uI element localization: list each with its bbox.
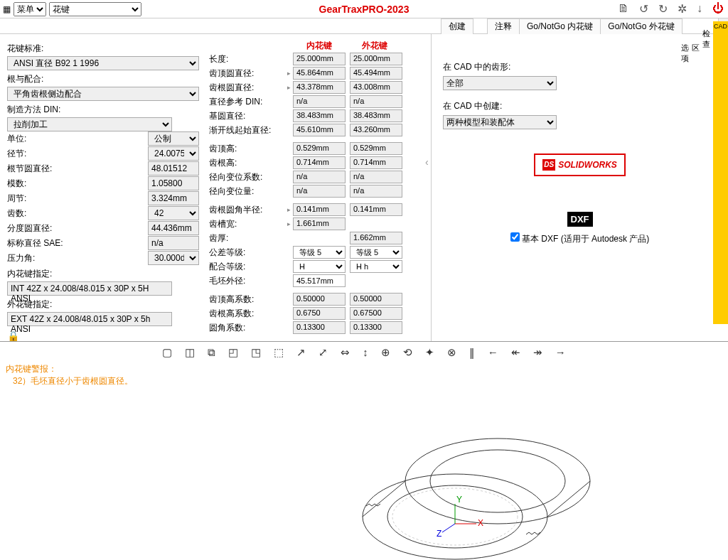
field-value-int: 43.378mm bbox=[293, 81, 346, 94]
arrow-left-icon[interactable]: ← bbox=[488, 346, 498, 359]
field-value-int: 1.661mm bbox=[293, 217, 346, 230]
cp-field[interactable] bbox=[148, 191, 199, 205]
view-icon-5[interactable]: ◳ bbox=[251, 346, 261, 359]
dxf-logo[interactable]: DXF bbox=[567, 212, 593, 227]
field-value-int: 25.000mm bbox=[293, 53, 346, 65]
view-icon-4[interactable]: ◰ bbox=[228, 346, 238, 359]
tab-gonogo-ext[interactable]: Go/NotGo 外花键 bbox=[600, 18, 682, 34]
field-value-int: 45.864mm bbox=[293, 67, 346, 80]
arrow-dright-icon[interactable]: ↠ bbox=[533, 346, 542, 359]
root-label: 根与配合: bbox=[7, 73, 199, 85]
fit-ext[interactable]: H h bbox=[350, 260, 402, 273]
tool-icon-2[interactable]: ⇔ bbox=[341, 346, 350, 359]
field-value-ext: 25.000mm bbox=[350, 53, 402, 65]
tab-create[interactable]: 创建 bbox=[441, 18, 473, 34]
preview-canvas[interactable]: X Y Z bbox=[0, 367, 728, 560]
tool-icon-1[interactable]: ⤢ bbox=[318, 346, 328, 359]
field-value-ext: 0.141mm bbox=[350, 203, 402, 216]
mfg-select[interactable]: 拉削加工 bbox=[7, 117, 172, 131]
view-icon-1[interactable]: ▢ bbox=[162, 346, 172, 359]
units-label: 单位: bbox=[7, 133, 148, 145]
view-icon-3[interactable]: ⧉ bbox=[208, 346, 215, 359]
create-select[interactable]: 两种模型和装配体 bbox=[443, 115, 557, 129]
redo-icon[interactable]: ↻ bbox=[658, 2, 668, 16]
field-label: 齿顶高系数: bbox=[209, 294, 287, 306]
field-value-ext: 1.662mm bbox=[350, 232, 402, 244]
nomd-label: 标称直径 SAE: bbox=[7, 237, 148, 249]
teeth-select[interactable]: 42 bbox=[148, 206, 199, 220]
view-icon-2[interactable]: ◫ bbox=[185, 346, 195, 359]
note-icon[interactable]: 🗎 bbox=[618, 2, 629, 16]
fit-int[interactable]: H bbox=[293, 260, 346, 273]
fit-label: 配合等级: bbox=[209, 261, 287, 273]
ext-desig-value: EXT 42Z x 24.008/48.015 x 30P x 5h ANSI bbox=[7, 312, 172, 326]
field-value-int: n/a bbox=[293, 171, 346, 183]
tool-icon-3[interactable]: ↕ bbox=[363, 346, 368, 359]
field-label: 长度: bbox=[209, 53, 287, 65]
solidworks-logo[interactable]: DSSOLIDWORKS bbox=[534, 154, 626, 176]
menu-dropdown[interactable]: 菜单 bbox=[14, 2, 46, 16]
svg-text:Z: Z bbox=[437, 529, 441, 539]
field-label: 径向变位量: bbox=[209, 185, 287, 198]
rootd-field[interactable] bbox=[148, 161, 199, 176]
field-label: 圆角系数: bbox=[209, 322, 287, 334]
svg-point-4 bbox=[430, 450, 565, 512]
blank-value[interactable] bbox=[293, 274, 346, 287]
arrow-dleft-icon[interactable]: ↞ bbox=[511, 346, 520, 359]
preview-toolbar: ▢ ◫ ⧉ ◰ ◳ ⬚ ↗ ⤢ ⇔ ↕ ⊕ ⟲ ✦ ⊗ ‖ ← ↞ ↠ → bbox=[0, 342, 728, 363]
svg-line-11 bbox=[442, 524, 455, 532]
svg-text:Y: Y bbox=[456, 495, 462, 505]
tol-label: 公差等级: bbox=[209, 247, 287, 259]
pitchd-field[interactable] bbox=[148, 221, 199, 235]
collapse-handle[interactable]: ‹ bbox=[425, 156, 429, 168]
cube-icon[interactable]: ⬚ bbox=[274, 346, 284, 359]
field-value-int: 0.50000 bbox=[293, 293, 346, 306]
field-label: 齿根圆直径: bbox=[209, 82, 287, 94]
axis-icon[interactable]: ↗ bbox=[296, 346, 306, 359]
field-value-ext: 0.529mm bbox=[350, 142, 402, 155]
incad-select[interactable]: 全部 bbox=[443, 76, 557, 90]
tab-gonogo-int[interactable]: Go/NotGo 内花键 bbox=[519, 18, 601, 34]
field-value-int: 0.6750 bbox=[293, 307, 346, 320]
std-select[interactable]: ANSI 直径 B92 1 1996 bbox=[7, 56, 199, 70]
type-dropdown[interactable]: 花键 bbox=[49, 2, 141, 16]
undo-icon[interactable]: ↺ bbox=[639, 2, 648, 16]
root-select[interactable]: 平角齿根侧边配合 bbox=[7, 87, 199, 101]
lock-icon[interactable]: 🔒 bbox=[7, 330, 19, 342]
field-label: 齿顶圆直径: bbox=[209, 68, 287, 80]
dp-field[interactable]: 24.00756 bbox=[148, 146, 199, 161]
tool-icon-5[interactable]: ⟲ bbox=[403, 346, 412, 359]
field-value-int: 0.141mm bbox=[293, 203, 346, 216]
mfg-label: 制造方法 DIN: bbox=[7, 104, 199, 116]
field-label: 齿顶高: bbox=[209, 143, 287, 155]
field-label: 渐开线起始直径: bbox=[209, 124, 287, 136]
power-icon[interactable]: ⏻ bbox=[712, 2, 724, 16]
field-value-int: 0.529mm bbox=[293, 142, 346, 155]
field-value-int: n/a bbox=[293, 185, 346, 198]
gear-icon[interactable]: ✲ bbox=[678, 2, 687, 16]
arrow-right-icon[interactable]: → bbox=[555, 346, 566, 359]
tol-int[interactable]: 等级 5 bbox=[293, 246, 346, 259]
field-value-ext: 0.50000 bbox=[350, 293, 402, 306]
tool-icon-4[interactable]: ⊕ bbox=[381, 346, 390, 359]
field-value-ext: 0.714mm bbox=[350, 156, 402, 169]
field-value-ext: 38.483mm bbox=[350, 109, 402, 122]
units-select[interactable]: 公制 bbox=[148, 131, 199, 146]
field-label: 齿槽宽: bbox=[209, 218, 287, 230]
dxf-checkbox[interactable] bbox=[510, 232, 520, 242]
dp-label: 径节: bbox=[7, 148, 148, 160]
field-label: 齿根高系数: bbox=[209, 308, 287, 320]
tab-annotate[interactable]: 注释 bbox=[487, 18, 520, 34]
nomd-field[interactable] bbox=[148, 236, 199, 250]
field-value-int: 0.13300 bbox=[293, 321, 346, 334]
pitchd-label: 分度圆直径: bbox=[7, 222, 148, 235]
tol-ext[interactable]: 等级 5 bbox=[350, 246, 402, 259]
tool-icon-7[interactable]: ⊗ bbox=[447, 346, 456, 359]
field-label: 直径参考 DIN: bbox=[209, 96, 287, 108]
tool-icon-6[interactable]: ✦ bbox=[425, 346, 434, 359]
blank-label: 毛坯外径: bbox=[209, 275, 287, 287]
pause-icon[interactable]: ‖ bbox=[469, 346, 475, 359]
module-field[interactable] bbox=[148, 176, 199, 190]
download-icon[interactable]: ↓ bbox=[697, 2, 702, 16]
pa-field[interactable]: 30.000deg bbox=[148, 251, 199, 265]
